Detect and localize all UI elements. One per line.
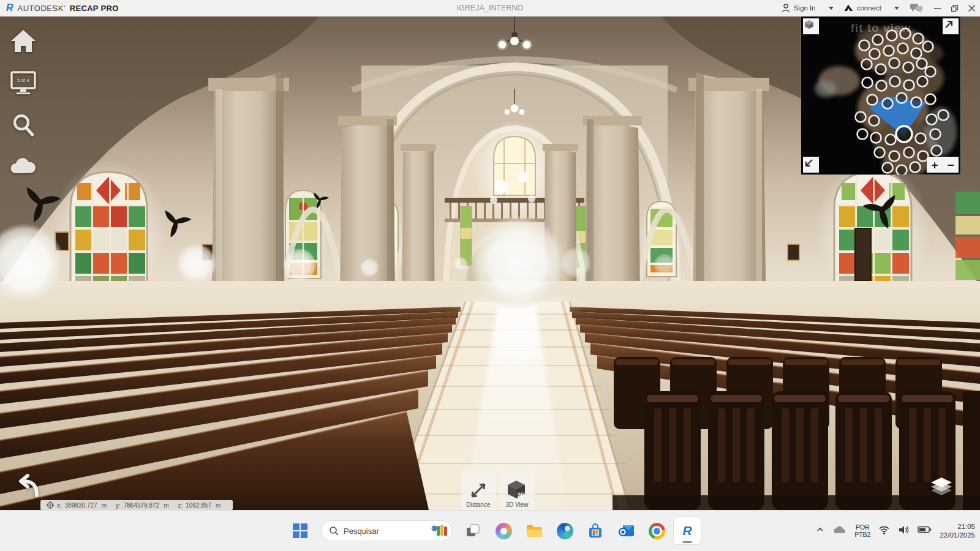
task-view-icon <box>466 523 480 538</box>
onedrive-button[interactable] <box>833 525 846 537</box>
taskbar-search-input[interactable]: Pesquisar <box>321 520 452 541</box>
cloud-button[interactable] <box>9 151 38 181</box>
wifi-button[interactable] <box>878 525 890 537</box>
sign-in-label: Sign In <box>794 4 816 12</box>
tray-chevron-button[interactable] <box>815 525 825 536</box>
cloud-icon <box>9 156 37 176</box>
recap-logo-icon: R <box>6 3 13 13</box>
distance-icon <box>469 481 488 500</box>
language-indicator[interactable]: POR PTB2 <box>854 523 870 538</box>
x-unit: m <box>102 502 107 509</box>
chrome-icon <box>649 523 665 539</box>
wifi-icon <box>878 525 890 534</box>
connect-label: connect <box>857 4 881 12</box>
user-icon <box>781 3 791 13</box>
3d-view-label: 3D View <box>505 501 528 508</box>
battery-icon <box>918 525 932 534</box>
minimap-panel[interactable]: fit to view + − <box>801 17 960 174</box>
back-arrow-icon <box>11 473 39 498</box>
minimap-collapse-button[interactable] <box>803 157 819 173</box>
zoom-in-button[interactable]: + <box>927 157 943 173</box>
y-unit: m <box>164 502 168 509</box>
layers-button[interactable] <box>929 477 954 501</box>
feedback-button[interactable] <box>904 0 929 16</box>
product-label: RECAP PRO <box>70 4 119 13</box>
search-icon <box>329 526 339 536</box>
minimize-button[interactable] <box>929 0 946 17</box>
outlook-icon <box>618 523 635 538</box>
battery-button[interactable] <box>918 525 932 536</box>
start-button[interactable] <box>287 517 314 544</box>
chat-icon <box>909 2 924 13</box>
connect-button[interactable]: connect <box>839 0 904 16</box>
edge-icon <box>557 523 573 539</box>
sign-in-button[interactable]: Sign In <box>776 0 839 16</box>
view-toolbar: 5.00.4 <box>9 26 38 181</box>
store-icon <box>587 523 603 539</box>
outlook-button[interactable] <box>612 517 639 544</box>
search-icon <box>11 112 36 137</box>
restore-button[interactable] <box>946 0 963 17</box>
distance-tool-button[interactable]: Distance <box>461 471 496 510</box>
minimap-zoom-controls: + − <box>927 157 959 173</box>
3d-badge: 3D <box>518 492 525 498</box>
minimap-3d-box-button[interactable] <box>803 18 819 34</box>
display-quality-button[interactable]: 5.00.4 <box>9 68 38 97</box>
target-icon <box>47 501 54 509</box>
chrome-button[interactable] <box>643 517 670 544</box>
speaker-icon <box>898 525 910 535</box>
z-label: z: <box>178 502 183 509</box>
collapse-arrow-icon <box>803 157 815 169</box>
minimap-expand-button[interactable] <box>943 18 959 34</box>
microsoft-store-button[interactable] <box>582 517 609 544</box>
coordinates-readout: x: 389830.727 m y: 7864379.872 m z: 1062… <box>40 500 233 510</box>
chevron-up-icon <box>815 525 825 534</box>
language-code: POR <box>854 523 870 531</box>
recap-taskbar-button[interactable]: R <box>674 517 701 544</box>
tool-dock: Distance 3D 3D View <box>461 471 535 510</box>
expand-arrow-icon <box>943 18 955 31</box>
search-placeholder: Pesquisar <box>344 527 379 536</box>
home-icon <box>10 29 37 53</box>
keyboard-layout: PTB2 <box>854 531 870 538</box>
restore-icon <box>950 4 959 13</box>
zoom-out-button[interactable]: − <box>943 157 959 173</box>
display-quality-value: 5.00.4 <box>9 78 38 83</box>
home-button[interactable] <box>9 26 38 56</box>
minimize-icon <box>933 4 941 12</box>
folder-icon <box>526 523 543 538</box>
date: 22/01/2025 <box>940 531 975 539</box>
layers-icon <box>929 477 954 499</box>
edge-button[interactable] <box>551 517 578 544</box>
x-value: 389830.727 <box>65 502 97 509</box>
recap-app-icon: R <box>682 523 692 538</box>
minimap-canvas[interactable] <box>801 17 960 174</box>
search-scan-button[interactable] <box>9 110 38 139</box>
windows-taskbar: Pesquisar <box>0 510 980 551</box>
distance-label: Distance <box>467 501 491 508</box>
clock[interactable]: 21:05 22/01/2025 <box>940 522 975 539</box>
task-view-button[interactable] <box>459 517 486 544</box>
x-label: x: <box>57 502 62 509</box>
connect-caret-icon <box>894 7 899 10</box>
active-app-indicator <box>682 541 692 543</box>
time: 21:05 <box>940 522 975 531</box>
close-button[interactable] <box>963 0 980 17</box>
back-button[interactable] <box>11 473 39 500</box>
3d-view-button[interactable]: 3D 3D View <box>499 471 535 510</box>
file-explorer-button[interactable] <box>521 517 548 544</box>
brand-label: AUTODESK' <box>18 4 66 13</box>
windows-logo-icon <box>292 523 308 539</box>
monitor-icon <box>9 70 37 95</box>
volume-button[interactable] <box>898 525 910 538</box>
y-value: 7864379.872 <box>124 502 159 509</box>
app-branding: R AUTODESK' RECAP PRO <box>0 3 119 13</box>
cube-icon <box>803 18 815 31</box>
3d-view-icon: 3D <box>507 480 527 500</box>
y-label: y: <box>116 502 121 509</box>
cloud-icon <box>833 525 846 534</box>
close-icon <box>968 4 976 12</box>
sign-in-caret-icon <box>829 7 834 10</box>
copilot-button[interactable] <box>490 517 517 544</box>
recap-window: R AUTODESK' RECAP PRO IGREJA_INTERNO Sig… <box>0 0 980 551</box>
